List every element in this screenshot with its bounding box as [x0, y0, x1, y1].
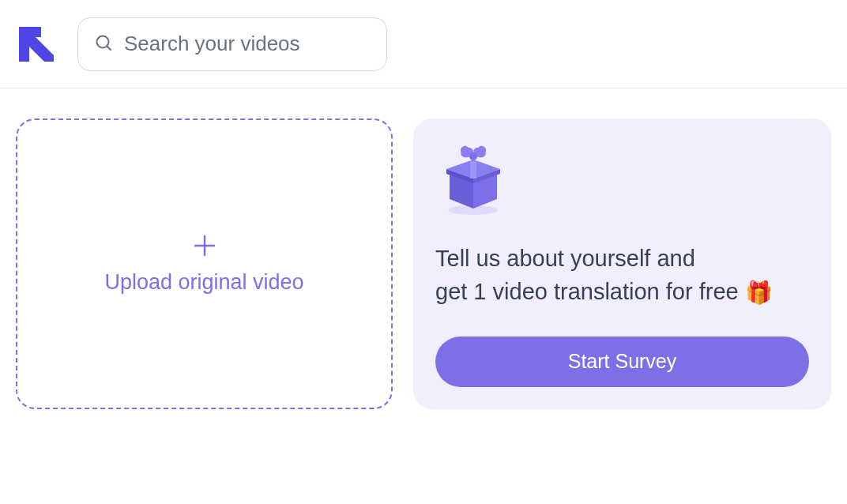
survey-text: Tell us about yourself and get 1 video t… — [435, 242, 809, 310]
survey-line-2: get 1 video translation for free — [435, 279, 739, 304]
search-box[interactable] — [77, 17, 387, 71]
svg-marker-3 — [19, 27, 54, 62]
app-logo[interactable] — [19, 27, 54, 62]
main-content: Upload original video — [0, 88, 847, 425]
svg-line-5 — [107, 46, 111, 50]
plus-icon — [193, 234, 216, 261]
gift-emoji-icon: 🎁 — [745, 280, 773, 305]
survey-line-1: Tell us about yourself and — [435, 246, 695, 271]
search-icon — [94, 33, 113, 55]
svg-point-11 — [469, 152, 477, 160]
survey-card: Tell us about yourself and get 1 video t… — [413, 118, 831, 409]
upload-label: Upload original video — [104, 270, 303, 295]
gift-box-icon — [435, 141, 511, 216]
start-survey-button[interactable]: Start Survey — [435, 337, 809, 387]
upload-video-card[interactable]: Upload original video — [16, 118, 393, 409]
search-input[interactable] — [124, 32, 371, 56]
header — [0, 0, 847, 88]
